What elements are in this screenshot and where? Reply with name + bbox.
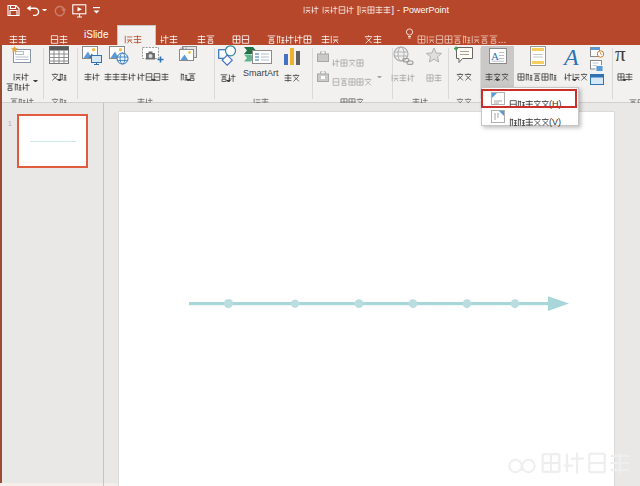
svg-text:A: A xyxy=(491,50,499,62)
